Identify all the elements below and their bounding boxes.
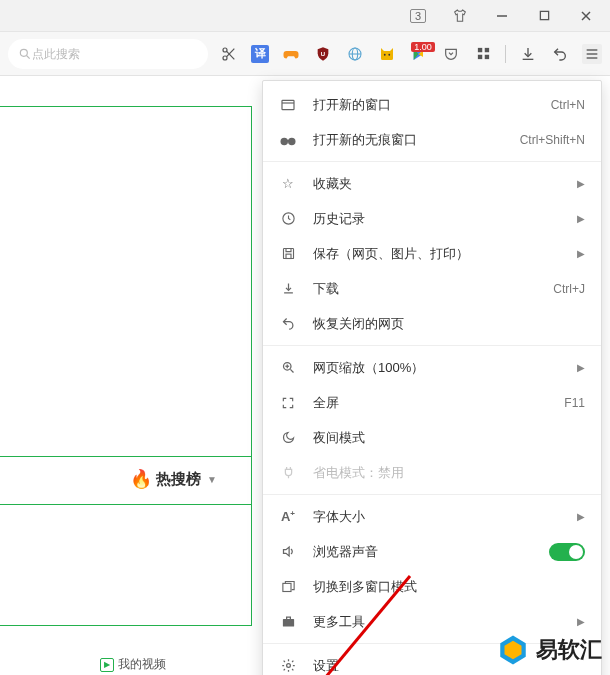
menu-new-private-window[interactable]: 打开新的无痕窗口 Ctrl+Shift+N (263, 122, 601, 157)
chevron-right-icon: ▶ (577, 362, 585, 373)
svg-rect-19 (484, 55, 488, 59)
search-icon (18, 47, 32, 61)
menu-shortcut: Ctrl+Shift+N (520, 133, 585, 147)
menu-zoom[interactable]: 网页缩放（100%） ▶ (263, 350, 601, 385)
menu-label: 历史记录 (313, 210, 561, 228)
left-panel (0, 106, 252, 626)
clock-icon (279, 211, 297, 226)
menu-label: 夜间模式 (313, 429, 585, 447)
cat-icon[interactable] (377, 44, 397, 64)
browser-toolbar: 译 U 1.00 (0, 32, 610, 76)
menu-separator (263, 161, 601, 162)
svg-line-34 (290, 369, 293, 372)
hamburger-menu-icon[interactable] (582, 44, 602, 64)
speaker-icon (279, 544, 297, 559)
close-button[interactable] (568, 2, 604, 30)
menu-label: 下载 (313, 280, 537, 298)
tab-count-badge: 3 (410, 9, 426, 23)
divider (0, 504, 252, 505)
caret-down-icon: ▼ (207, 474, 217, 485)
menu-save[interactable]: 保存（网页、图片、打印） ▶ (263, 236, 601, 271)
menu-history[interactable]: 历史记录 ▶ (263, 201, 601, 236)
content-area: 🔥 热搜榜 ▼ ▶ 我的视频 打开新的窗口 Ctrl+N 打开新的无痕窗口 Ct… (0, 76, 610, 675)
tshirt-icon[interactable] (442, 2, 478, 30)
chevron-right-icon: ▶ (577, 248, 585, 259)
svg-text:U: U (321, 51, 325, 57)
chevron-right-icon: ▶ (577, 178, 585, 189)
download-icon[interactable] (518, 44, 538, 64)
svg-rect-18 (477, 55, 481, 59)
toolbar-icons: 译 U 1.00 (219, 44, 602, 64)
pocket-icon[interactable] (441, 44, 461, 64)
shield-icon[interactable]: U (313, 44, 333, 64)
menu-label: 打开新的无痕窗口 (313, 131, 504, 149)
undo-icon (279, 316, 297, 331)
menu-label: 打开新的窗口 (313, 96, 535, 114)
svg-point-15 (388, 53, 390, 55)
menu-favorites[interactable]: ☆ 收藏夹 ▶ (263, 166, 601, 201)
my-video-label: 我的视频 (118, 656, 166, 673)
menu-fullscreen[interactable]: 全屏 F11 (263, 385, 601, 420)
divider (0, 456, 252, 457)
menu-shortcut: Ctrl+J (553, 282, 585, 296)
menu-multi-window[interactable]: 切换到多窗口模式 (263, 569, 601, 604)
menu-label: 全屏 (313, 394, 548, 412)
menu-label: 网页缩放（100%） (313, 359, 561, 377)
menu-font-size[interactable]: A+ 字体大小 ▶ (263, 499, 601, 534)
flame-icon: 🔥 (130, 468, 152, 490)
chevron-right-icon: ▶ (577, 213, 585, 224)
undo-icon[interactable] (550, 44, 570, 64)
svg-point-14 (384, 53, 386, 55)
hot-search-button[interactable]: 🔥 热搜榜 ▼ (130, 468, 217, 490)
search-input[interactable] (32, 47, 198, 61)
font-icon: A+ (279, 509, 297, 524)
menu-browser-sound[interactable]: 浏览器声音 (263, 534, 601, 569)
svg-rect-24 (282, 100, 294, 109)
hot-search-label: 热搜榜 (156, 470, 201, 489)
gear-icon (279, 658, 297, 673)
svg-rect-38 (282, 619, 293, 627)
svg-rect-1 (540, 11, 548, 19)
sound-toggle[interactable] (549, 543, 585, 561)
menu-label: 浏览器声音 (313, 543, 533, 561)
menu-label: 省电模式：禁用 (313, 464, 585, 482)
chevron-right-icon: ▶ (577, 511, 585, 522)
menu-reopen-tab[interactable]: 恢复关闭的网页 (263, 306, 601, 341)
chevron-right-icon: ▶ (577, 616, 585, 627)
plug-icon (279, 465, 297, 480)
menu-label: 更多工具 (313, 613, 561, 631)
menu-shortcut: F11 (564, 396, 585, 410)
tab-count-button[interactable]: 3 (400, 2, 436, 30)
watermark-icon (496, 633, 530, 667)
menu-label: 保存（网页、图片、打印） (313, 245, 561, 263)
svg-point-4 (20, 49, 27, 56)
scissors-icon[interactable] (219, 44, 239, 64)
maximize-button[interactable] (526, 2, 562, 30)
menu-label: 恢复关闭的网页 (313, 315, 585, 333)
separator (505, 45, 506, 63)
windows-icon (279, 579, 297, 594)
game-icon[interactable] (281, 44, 301, 64)
watermark: 易软汇 (496, 633, 602, 667)
translate-icon[interactable]: 译 (251, 45, 269, 63)
menu-downloads[interactable]: 下载 Ctrl+J (263, 271, 601, 306)
globe-icon[interactable] (345, 44, 365, 64)
menu-shortcut: Ctrl+N (551, 98, 585, 112)
play-icon: ▶ (100, 658, 114, 672)
window-icon (279, 97, 297, 113)
download-icon (279, 281, 297, 296)
svg-rect-28 (287, 140, 290, 142)
menu-label: 切换到多窗口模式 (313, 578, 585, 596)
incognito-icon (279, 134, 297, 146)
my-video-link[interactable]: ▶ 我的视频 (100, 656, 166, 673)
grid-icon[interactable] (473, 44, 493, 64)
play-store-icon[interactable]: 1.00 (409, 44, 429, 64)
menu-night-mode[interactable]: 夜间模式 (263, 420, 601, 455)
minimize-button[interactable] (484, 2, 520, 30)
watermark-text: 易软汇 (536, 635, 602, 665)
search-box[interactable] (8, 39, 208, 69)
svg-point-6 (223, 48, 227, 52)
fullscreen-icon (279, 396, 297, 410)
menu-new-window[interactable]: 打开新的窗口 Ctrl+N (263, 87, 601, 122)
badge-icon: 1.00 (411, 42, 435, 52)
